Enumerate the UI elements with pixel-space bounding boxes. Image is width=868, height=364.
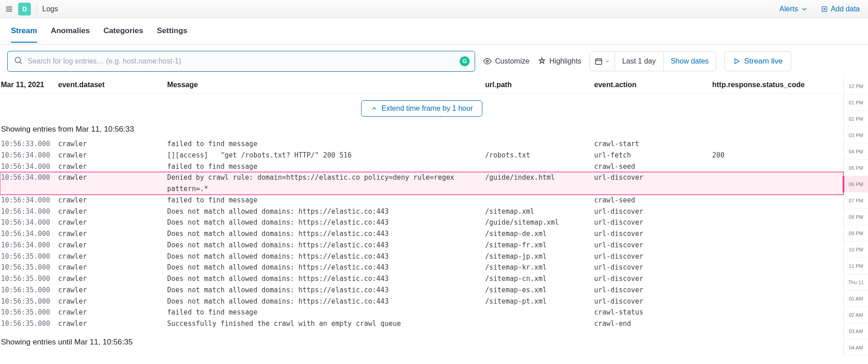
stream-live-button[interactable]: Stream live — [724, 51, 791, 71]
extend-timeframe-button[interactable]: Extend time frame by 1 hour — [361, 100, 482, 117]
minimap-tick[interactable]: 04 AM — [844, 339, 868, 356]
log-message: Does not match allowed domains: https://… — [167, 251, 485, 262]
minimap-tick[interactable]: 08 PM — [844, 209, 868, 225]
show-dates-button[interactable]: Show dates — [663, 52, 716, 71]
date-picker[interactable]: Last 1 day Show dates — [590, 51, 716, 71]
breadcrumb[interactable]: Logs — [42, 5, 58, 13]
log-dataset: crawler — [58, 150, 167, 161]
log-row[interactable]: 10:56:35.000crawlerfailed to find messag… — [0, 307, 843, 318]
log-status — [712, 262, 812, 273]
minimap-tick[interactable]: 10 PM — [844, 241, 868, 258]
log-action: crawl-start — [594, 138, 712, 150]
minimap-tick[interactable]: 02 AM — [844, 307, 868, 323]
add-data-link[interactable]: Add data — [816, 5, 864, 13]
log-url: /sitemap-kr.xml — [485, 262, 594, 273]
log-url: /sitemap-jp.xml — [485, 251, 594, 262]
calendar-button[interactable] — [590, 52, 615, 71]
log-row[interactable]: 10:56:35.000crawlerDoes not match allowe… — [0, 296, 843, 307]
time-minimap[interactable]: 12 PM01 PM02 PM03 PM04 PM05 PM06 PM07 PM… — [843, 78, 868, 356]
log-dataset: crawler — [58, 262, 167, 273]
log-message: failed to find message — [167, 161, 485, 172]
log-row[interactable]: 10:56:34.000crawler[][access] "get /robo… — [0, 150, 843, 161]
minimap-tick[interactable]: Thu 11 — [844, 274, 868, 290]
log-dataset: crawler — [58, 172, 167, 195]
header-divider — [36, 4, 37, 15]
svg-rect-9 — [595, 59, 602, 64]
log-row[interactable]: 10:56:34.000crawlerDenied by crawl rule:… — [0, 172, 843, 195]
minimap-tick[interactable]: 01 PM — [844, 94, 868, 111]
alerts-menu[interactable]: Alerts — [775, 5, 813, 13]
highlighter-icon — [538, 57, 546, 65]
minimap-tick[interactable]: 03 AM — [844, 323, 868, 339]
col-action: event.action — [594, 81, 712, 89]
minimap-tick[interactable]: 07 PM — [844, 192, 868, 209]
play-icon — [733, 58, 740, 65]
minimap-tick[interactable]: 01 AM — [844, 290, 868, 307]
log-action: url-discover — [594, 285, 712, 296]
log-action: url-discover — [594, 228, 712, 240]
log-row[interactable]: 10:56:35.000crawlerDoes not match allowe… — [0, 273, 843, 285]
page-tabs: StreamAnomaliesCategoriesSettings — [0, 18, 868, 44]
nav-menu-button[interactable] — [4, 4, 15, 15]
log-url: /sitemap-fr.xml — [485, 240, 594, 251]
log-row[interactable]: 10:56:34.000crawlerDoes not match allowe… — [0, 228, 843, 240]
log-status — [712, 138, 812, 150]
log-time: 10:56:35.000 — [0, 318, 58, 330]
log-dataset: crawler — [58, 161, 167, 172]
log-row[interactable]: 10:56:35.000crawlerDoes not match allowe… — [0, 251, 843, 262]
log-url — [485, 161, 594, 172]
minimap-tick[interactable]: 03 PM — [844, 127, 868, 143]
log-row[interactable]: 10:56:34.000crawlerDoes not match allowe… — [0, 240, 843, 251]
tab-settings[interactable]: Settings — [157, 26, 188, 43]
log-url: /sitemap.xml — [485, 206, 594, 217]
log-row[interactable]: 10:56:35.000crawlerDoes not match allowe… — [0, 262, 843, 273]
log-time: 10:56:34.000 — [0, 217, 58, 228]
log-row[interactable]: 10:56:35.000crawlerDoes not match allowe… — [0, 285, 843, 296]
log-action: url-fetch — [594, 150, 712, 161]
highlights-button[interactable]: Highlights — [538, 57, 581, 65]
log-status — [712, 206, 812, 217]
minimap-tick[interactable]: 05 PM — [844, 160, 868, 176]
add-data-label: Add data — [831, 5, 860, 13]
log-url — [485, 195, 594, 206]
tab-categories[interactable]: Categories — [104, 26, 144, 43]
log-dataset: crawler — [58, 251, 167, 262]
log-row[interactable]: 10:56:34.000crawlerfailed to find messag… — [0, 195, 843, 206]
minimap-tick[interactable]: 12 PM — [844, 78, 868, 94]
customize-button[interactable]: Customize — [483, 57, 530, 65]
col-url: url.path — [485, 81, 594, 89]
tab-anomalies[interactable]: Anomalies — [51, 26, 90, 43]
log-message: failed to find message — [167, 195, 485, 206]
log-dataset: crawler — [58, 307, 167, 318]
col-date: Mar 11, 2021 — [0, 81, 58, 89]
log-message: [][access] "get /robots.txt? HTTP/" 200 … — [167, 150, 485, 161]
log-row[interactable]: 10:56:35.000crawlerSuccessfully finished… — [0, 318, 843, 330]
log-row[interactable]: 10:56:33.000crawlerfailed to find messag… — [0, 138, 843, 150]
log-action: url-discover — [594, 273, 712, 285]
minimap-tick[interactable]: 11 PM — [844, 258, 868, 274]
hamburger-icon — [5, 5, 13, 13]
log-area: Mar 11, 2021 event.dataset Message url.p… — [0, 78, 843, 356]
log-row[interactable]: 10:56:34.000crawlerfailed to find messag… — [0, 161, 843, 172]
add-data-icon — [821, 5, 828, 13]
log-action: crawl-seed — [594, 195, 712, 206]
tab-stream[interactable]: Stream — [11, 26, 37, 43]
search-input[interactable] — [7, 51, 475, 72]
app-badge[interactable]: D — [18, 3, 31, 15]
log-message: Does not match allowed domains: https://… — [167, 206, 485, 217]
log-message: failed to find message — [167, 307, 485, 318]
minimap-tick[interactable]: 09 PM — [844, 225, 868, 241]
log-status: 200 — [712, 150, 812, 161]
minimap-tick[interactable]: 06 PM — [844, 176, 868, 192]
log-dataset: crawler — [58, 296, 167, 307]
log-row[interactable]: 10:56:34.000crawlerDoes not match allowe… — [0, 206, 843, 217]
log-message: Does not match allowed domains: https://… — [167, 296, 485, 307]
alerts-label: Alerts — [779, 5, 798, 13]
log-row[interactable]: 10:56:34.000crawlerDoes not match allowe… — [0, 217, 843, 228]
minimap-tick[interactable]: 04 PM — [844, 143, 868, 160]
log-status — [712, 273, 812, 285]
log-dataset: crawler — [58, 273, 167, 285]
log-time: 10:56:34.000 — [0, 150, 58, 161]
log-action: url-discover — [594, 172, 712, 195]
minimap-tick[interactable]: 02 PM — [844, 111, 868, 127]
